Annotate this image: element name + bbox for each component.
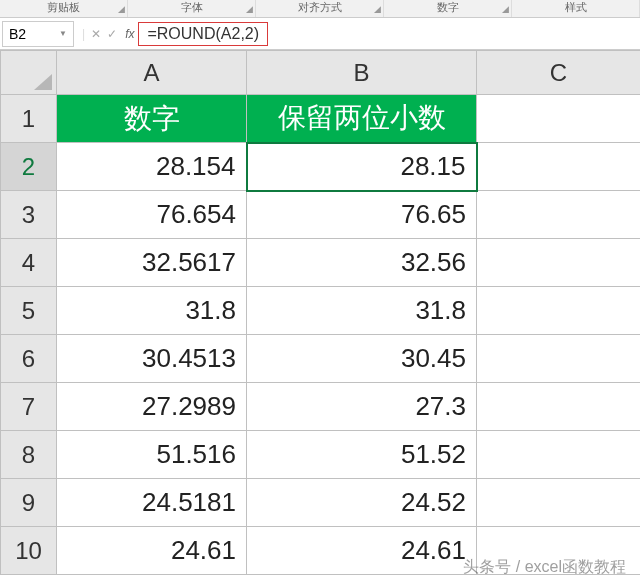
- name-box-value: B2: [9, 26, 26, 42]
- col-header-C[interactable]: C: [477, 51, 641, 95]
- ribbon-group-styles: 样式: [512, 0, 640, 17]
- formula-controls: | ✕ ✓ fx: [82, 27, 138, 41]
- confirm-icon[interactable]: ✓: [107, 27, 117, 41]
- cell-A7[interactable]: 27.2989: [57, 383, 247, 431]
- cell-C1[interactable]: [477, 95, 641, 143]
- cell-C2[interactable]: [477, 143, 641, 191]
- cell-C3[interactable]: [477, 191, 641, 239]
- row-header[interactable]: 2: [1, 143, 57, 191]
- cell-B2[interactable]: 28.15: [247, 143, 477, 191]
- row-header[interactable]: 9: [1, 479, 57, 527]
- fx-icon[interactable]: fx: [125, 27, 134, 41]
- cell-C4[interactable]: [477, 239, 641, 287]
- cell-A2[interactable]: 28.154: [57, 143, 247, 191]
- cell-B8[interactable]: 51.52: [247, 431, 477, 479]
- cell-B10[interactable]: 24.61: [247, 527, 477, 575]
- row-header[interactable]: 4: [1, 239, 57, 287]
- formula-bar-row: B2 ▼ | ✕ ✓ fx =ROUND(A2,2): [0, 18, 640, 50]
- row-header[interactable]: 7: [1, 383, 57, 431]
- cell-B7[interactable]: 27.3: [247, 383, 477, 431]
- select-all-corner[interactable]: [1, 51, 57, 95]
- row-header[interactable]: 5: [1, 287, 57, 335]
- spreadsheet-grid[interactable]: A B C 1 数字 保留两位小数 2 28.154 28.15 3 76.65…: [0, 50, 640, 575]
- formula-text: =ROUND(A2,2): [138, 22, 268, 46]
- chevron-down-icon[interactable]: ▼: [59, 29, 67, 38]
- cell-A4[interactable]: 32.5617: [57, 239, 247, 287]
- cell-C7[interactable]: [477, 383, 641, 431]
- col-header-B[interactable]: B: [247, 51, 477, 95]
- cell-B3[interactable]: 76.65: [247, 191, 477, 239]
- cell-A6[interactable]: 30.4513: [57, 335, 247, 383]
- cell-A5[interactable]: 31.8: [57, 287, 247, 335]
- cell-A9[interactable]: 24.5181: [57, 479, 247, 527]
- ribbon-group-alignment: 对齐方式◢: [256, 0, 384, 17]
- cell-B6[interactable]: 30.45: [247, 335, 477, 383]
- ribbon-group-font: 字体◢: [128, 0, 256, 17]
- ribbon-group-number: 数字◢: [384, 0, 512, 17]
- cell-C6[interactable]: [477, 335, 641, 383]
- cell-C5[interactable]: [477, 287, 641, 335]
- cell-C10[interactable]: [477, 527, 641, 575]
- cell-B9[interactable]: 24.52: [247, 479, 477, 527]
- cell-B1[interactable]: 保留两位小数: [247, 95, 477, 143]
- formula-bar[interactable]: =ROUND(A2,2): [138, 21, 640, 47]
- cell-B5[interactable]: 31.8: [247, 287, 477, 335]
- col-header-A[interactable]: A: [57, 51, 247, 95]
- cancel-icon[interactable]: ✕: [91, 27, 101, 41]
- row-header[interactable]: 10: [1, 527, 57, 575]
- cell-A8[interactable]: 51.516: [57, 431, 247, 479]
- name-box[interactable]: B2 ▼: [2, 21, 74, 47]
- row-header[interactable]: 8: [1, 431, 57, 479]
- ribbon-group-clipboard: 剪贴板◢: [0, 0, 128, 17]
- cell-C8[interactable]: [477, 431, 641, 479]
- row-header[interactable]: 6: [1, 335, 57, 383]
- cell-A3[interactable]: 76.654: [57, 191, 247, 239]
- cell-C9[interactable]: [477, 479, 641, 527]
- cell-A1[interactable]: 数字: [57, 95, 247, 143]
- cell-B4[interactable]: 32.56: [247, 239, 477, 287]
- cell-A10[interactable]: 24.61: [57, 527, 247, 575]
- row-header[interactable]: 1: [1, 95, 57, 143]
- row-header[interactable]: 3: [1, 191, 57, 239]
- ribbon-group-labels: 剪贴板◢ 字体◢ 对齐方式◢ 数字◢ 样式: [0, 0, 640, 18]
